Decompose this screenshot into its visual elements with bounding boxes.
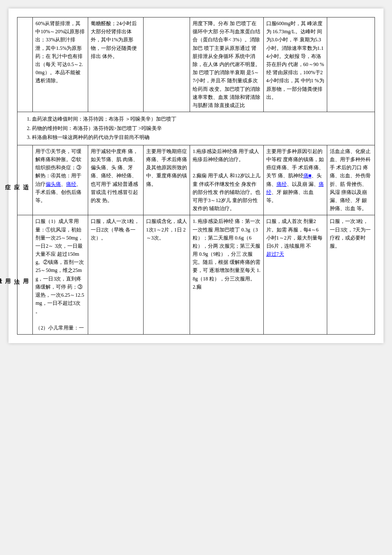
highlight-tongjing3: 痛经 [266,181,324,195]
indications-col2: 用于减轻中度疼 痛，如关节痛、肌 肉痛、偏头痛、头 痛、牙痛、痛经、神经痛、也可… [88,145,144,215]
dosage-col5: 口服，成人首次 剂量2片。如需 再服，每4～6 小时1～2片，最大剂量每日6片，… [263,215,327,335]
highlight-tongjing: 痛经 [66,181,76,187]
dosage-col3: 口服或含化，成人 1次1～2片，1日 2～3次。 [143,215,190,335]
indications-col6: 活血止痛、化瘀止血、用于多种外科手 术后的刀口 疼痛、出血、外伤骨折、筋 骨挫伤… [327,145,375,215]
table-row: 60%从肾脏排泄，其中10%～20%以原形排 出；33%从胆汁排泄，其中1.5%… [17,17,375,112]
note-item-2: 药物的维持时间：布洛芬）洛芬待因>加巴喷丁 >吲哚美辛 [32,124,369,133]
highlight-tong: 痛■ [303,173,311,179]
dosage-col2: 口服，成人一次1粒，一日2次（早晚 各一次）。 [88,215,144,335]
indications-row: 适应症 用于①关节炎，可缓解疼痛和肿胀。②软组织损伤和炎症；③解热：④其他：用于… [17,145,375,215]
highlight-tongjing2: 痛经 [277,181,287,187]
highlight-exceed: 超过7天 [266,251,284,257]
page: 60%从肾脏排泄，其中10%～20%以原形排 出；33%从胆汁排泄，其中1.5%… [9,9,383,343]
dosage-col1: 口服（1）成人常用量：①抗风湿，初始剂量一次25～50mg，一日2～ 3次，一日… [33,215,88,335]
notes-cell: 血药浓度达峰值时间：洛芬待因；布洛芬 ＞吲哚美辛）加巴喷丁 药物的维持时间：布洛… [17,112,375,145]
cell-col6-top [327,17,375,112]
dosage-col4: 1. 疱疹感染后神经 痛：第一次一次性服 用加巴喷丁 0.3g（3 粒）；第二天… [190,215,263,335]
row-label-indications: 适应症 [17,145,33,215]
dosage-col6: 口服，一次3粒，一日3次，7天为一疗程，或必要时服。 [327,215,375,335]
cell-col1-top: 60%从肾脏排泄，其中10%～20%以原形排 出；33%从胆汁排泄，其中1.5%… [33,17,88,112]
cell-col3-top [143,17,190,112]
cell-col5-top: 口服600mg时，其 峰浓度为 16.73mg/L。达峰时 间为3.0小时，半 … [263,17,327,112]
cell-col2-top: 葡糖醛酸；24小时后大部分经肾排出体外，其中1%为原形物，一部分还随粪便排出 体… [88,17,144,112]
highlight-piantoug: 偏头痛 [46,181,61,187]
note-item-3: 科洛曲和独一味这两种药的药代动力学目前尚不明确 [32,133,369,142]
cell-col4-top: 用度下降。分布 加 巴喷丁在循环中大部 分不与血浆蛋白结合（蛋白结合率< 3%）… [190,17,263,112]
row-label-empty [17,17,33,112]
main-table: 60%从肾脏排泄，其中10%～20%以原形排 出；33%从胆汁排泄，其中1.5%… [17,17,375,335]
dosage-row: 用法用量 口服（1）成人常用量：①抗风湿，初始剂量一次25～50mg，一日2～ … [17,215,375,335]
row-label-dosage: 用法用量 [17,215,33,335]
indications-col4: 1.疱疹感染后神经痛 用于成人疱疹后神经痛的治疗。 2.癫痫 用于成人 和12岁… [190,145,263,215]
indications-col5: 主要用于多种原因引起的中等程 度疼痛的镇痛，如 癌症疼痛、手 术后疼痛、关节 痛… [263,145,327,215]
indications-col3: 主要用于晚期癌症疼痛、手术后疼痛 及其他原因所致的 中、重度疼痛的镇 痛。 [143,145,190,215]
indications-col1: 用于①关节炎，可缓解疼痛和肿胀。②软组织损伤和炎症；③解热：④其他：用于治疗偏头… [33,145,88,215]
merged-row: 血药浓度达峰值时间：洛芬待因；布洛芬 ＞吲哚美辛）加巴喷丁 药物的维持时间：布洛… [17,112,375,145]
note-item-1: 血药浓度达峰值时间：洛芬待因；布洛芬 ＞吲哚美辛）加巴喷丁 [32,115,369,124]
